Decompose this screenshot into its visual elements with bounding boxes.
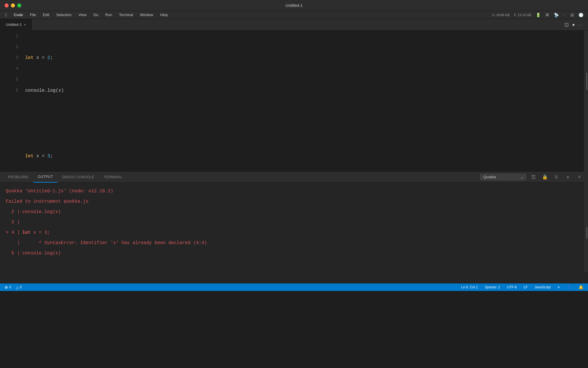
editor-area[interactable]: 1 2 3 4 5 6 let x = 2; console.log(x) le… xyxy=(0,30,588,171)
close-panel-icon[interactable]: × xyxy=(575,173,583,181)
encoding[interactable]: UTF-8 xyxy=(507,285,517,289)
sys-memory-f: F: 13.14 GB xyxy=(514,13,531,17)
output-text-7: console.log(x) xyxy=(22,248,61,258)
more-actions-icon[interactable]: ··· xyxy=(578,22,583,27)
tab-modified-dot: ● xyxy=(24,23,26,26)
bell-icon[interactable]: 🔔 xyxy=(579,285,583,290)
line-num-1: 1 xyxy=(5,30,18,41)
scrollbar-thumb[interactable] xyxy=(586,73,587,90)
code-editor[interactable]: let x = 2; console.log(x) let x = 3; con… xyxy=(23,30,584,171)
tab-terminal[interactable]: TERMINAL xyxy=(99,172,127,183)
warning-status[interactable]: △ 0 xyxy=(16,285,22,290)
panel: PROBLEMS OUTPUT DEBUG CONSOLE TERMINAL Q… xyxy=(0,171,588,283)
window-title: Untitled-1 xyxy=(285,3,303,8)
line-num-6: 6 xyxy=(5,85,18,96)
menu-file[interactable]: File xyxy=(27,12,39,18)
cursor-position[interactable]: Ln 6, Col 1 xyxy=(461,285,478,289)
panel-scrollbar-thumb[interactable] xyxy=(586,227,587,239)
output-line-1: Quokka 'Untitled-1.js' (node: v12.18.2) xyxy=(6,186,582,196)
airdrop-icon: 📡 xyxy=(554,13,559,17)
menu-help[interactable]: Help xyxy=(157,12,171,18)
menu-view[interactable]: View xyxy=(76,12,89,18)
traffic-lights xyxy=(5,3,21,7)
copy-icon[interactable]: ⎘ xyxy=(552,173,560,181)
output-line-3: 2 | console.log(x) xyxy=(6,207,582,217)
indentation[interactable]: Spaces: 2 xyxy=(485,285,500,289)
more-icon: ··· xyxy=(563,13,566,17)
tab-label: Untitled-1 xyxy=(6,22,22,27)
tab-actions: ⊡ ● ··· xyxy=(564,22,583,28)
menu-code[interactable]: Code xyxy=(11,12,26,18)
output-line-6: | ^ SyntaxError: Identifier 'x' has alre… xyxy=(6,238,582,248)
line-num-2: 2 xyxy=(5,41,18,52)
panel-tabs: PROBLEMS OUTPUT DEBUG CONSOLE TERMINAL Q… xyxy=(0,172,588,183)
chevron-up-icon[interactable]: ∧ xyxy=(564,173,572,181)
output-content: Quokka 'Untitled-1.js' (node: v12.18.2) … xyxy=(0,183,588,283)
menu-window[interactable]: Window xyxy=(137,12,156,18)
status-bar: ⊗ 0 △ 0 Ln 6, Col 1 Spaces: 2 UTF-8 LF J… xyxy=(0,283,588,291)
warning-icon: △ xyxy=(16,285,19,290)
output-text-3: console.log(x) xyxy=(22,207,61,217)
line-num-4: 4 xyxy=(5,63,18,74)
status-right: Ln 6, Col 1 Spaces: 2 UTF-8 LF JavaScrip… xyxy=(461,285,583,290)
error-icon: ⊗ xyxy=(5,285,8,290)
clock-icon: 🕐 xyxy=(579,13,583,17)
menu-bar:  Code File Edit Selection View Go Run T… xyxy=(0,11,588,19)
notifications-icon[interactable]: 👤 xyxy=(567,285,572,290)
menu-terminal[interactable]: Terminal xyxy=(116,12,136,18)
language-mode[interactable]: JavaScript xyxy=(535,285,551,289)
list-filter-icon[interactable]: ☰ xyxy=(529,173,537,181)
output-line-2: Failed to instrument quokka.js xyxy=(6,196,582,207)
editor-scrollbar[interactable] xyxy=(584,30,588,171)
output-text-5: let x = 3; xyxy=(22,227,50,238)
title-bar: Untitled-1 xyxy=(0,0,588,11)
eol[interactable]: LF xyxy=(524,285,528,289)
code-line-3 xyxy=(25,118,582,129)
tab-output[interactable]: OUTPUT xyxy=(33,172,58,183)
menu-run[interactable]: Run xyxy=(102,12,115,18)
sys-memory-u: U: 18.86 GB xyxy=(492,13,510,17)
tab-bar: Untitled-1 ● ⊡ ● ··· xyxy=(0,19,588,30)
code-line-2: console.log(x) xyxy=(25,85,582,96)
warning-count: 0 xyxy=(20,285,22,289)
editor-tab-untitled[interactable]: Untitled-1 ● xyxy=(0,19,32,30)
menu-apple[interactable]:  xyxy=(2,12,10,18)
close-button[interactable] xyxy=(5,3,9,7)
control-center-icon: ⊞ xyxy=(570,13,574,17)
menu-go[interactable]: Go xyxy=(90,12,101,18)
line-num-5: 5 xyxy=(5,74,18,85)
status-left: ⊗ 0 △ 0 xyxy=(5,285,22,290)
split-editor-icon[interactable]: ⊡ xyxy=(564,22,569,28)
output-line-4: 3 | xyxy=(6,217,582,227)
error-count: 0 xyxy=(9,285,11,289)
minimize-button[interactable] xyxy=(11,3,15,7)
line-num-3: 3 xyxy=(5,52,18,63)
tab-debug-console[interactable]: DEBUG CONSOLE xyxy=(57,172,99,183)
code-line-4: let x = 3; xyxy=(25,151,582,162)
output-text-1: Quokka 'Untitled-1.js' (node: v12.18.2) xyxy=(6,186,113,196)
code-line-1: let x = 2; xyxy=(25,52,582,63)
output-line-5: > 4 | let x = 3; xyxy=(6,227,582,238)
tab-problems[interactable]: PROBLEMS xyxy=(3,172,33,183)
output-source-select[interactable]: Quokka xyxy=(480,174,526,180)
output-line-7: 5 | console.log(x) xyxy=(6,248,582,258)
output-text-2: Failed to instrument quokka.js xyxy=(6,196,88,207)
wifi-icon: ⌘ xyxy=(545,13,549,17)
error-status[interactable]: ⊗ 0 xyxy=(5,285,11,290)
panel-dropdown: Quokka ⌄ ☰ 🔒 ⎘ ∧ × xyxy=(480,173,583,181)
unsaved-dot: ● xyxy=(572,22,575,27)
maximize-button[interactable] xyxy=(17,3,21,7)
menu-edit[interactable]: Edit xyxy=(40,12,52,18)
output-text-6: ^ SyntaxError: Identifier 'x' has alread… xyxy=(22,238,207,248)
lock-icon[interactable]: 🔒 xyxy=(541,173,549,181)
battery-icon: 🔋 xyxy=(536,13,541,17)
close-status-icon[interactable]: × xyxy=(558,285,560,290)
panel-scrollbar[interactable] xyxy=(584,160,588,272)
line-numbers: 1 2 3 4 5 6 xyxy=(0,30,23,171)
menu-selection[interactable]: Selection xyxy=(53,12,74,18)
